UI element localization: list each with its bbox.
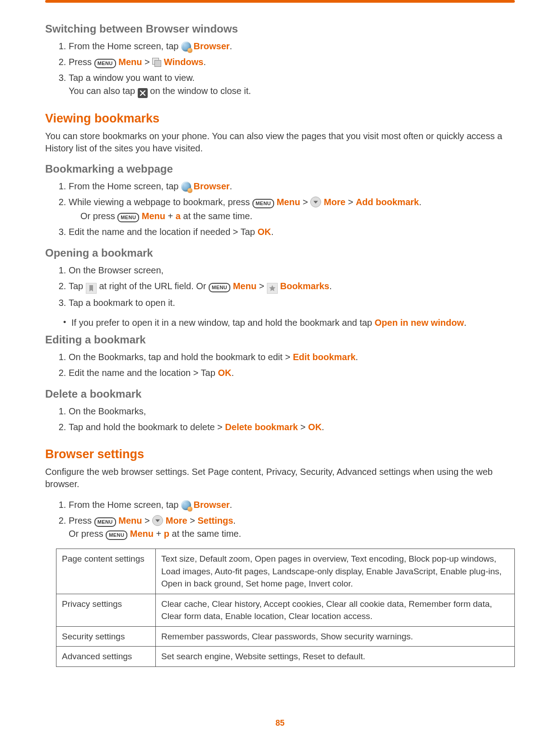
text: While viewing a webpage to bookmark, pre… — [69, 197, 252, 207]
keyword-menu: Menu — [118, 57, 142, 67]
paragraph-settings-intro: Configure the web browser settings. Set … — [45, 466, 515, 490]
keyword-menu: Menu — [142, 211, 165, 221]
text: at right of the URL field. Or — [99, 281, 209, 291]
separator: > — [259, 281, 264, 291]
heading-browser-settings: Browser settings — [45, 447, 515, 461]
steps-settings: From the Home screen, tap Browser. Press… — [45, 498, 515, 540]
text: Press — [69, 516, 94, 525]
separator: > — [348, 197, 353, 207]
keyword-settings: Settings — [197, 516, 233, 525]
heading-deleting: Delete a bookmark — [45, 388, 515, 400]
list-item: Tap a bookmark to open it. — [69, 296, 515, 310]
keyword-browser: Browser — [194, 500, 230, 510]
text: at the same time. — [169, 529, 241, 539]
keyword-more: More — [324, 197, 345, 207]
list-item: Tap at right of the URL field. Or MENU M… — [69, 280, 515, 294]
text: Tap — [69, 281, 86, 291]
text: on the window to close it. — [150, 86, 251, 96]
page-number: 85 — [0, 718, 560, 728]
steps-switching: From the Home screen, tap Browser. Press… — [45, 40, 515, 98]
keyword-menu: Menu — [118, 516, 142, 525]
keyword-menu: Menu — [276, 197, 300, 207]
keyword-browser: Browser — [194, 41, 230, 51]
menu-key-icon: MENU — [94, 517, 116, 527]
menu-key-icon: MENU — [94, 59, 116, 68]
list-item: While viewing a webpage to bookmark, pre… — [69, 196, 515, 223]
text: On the Bookmarks, tap and hold the bookm… — [69, 352, 293, 362]
keyword-browser: Browser — [194, 181, 230, 191]
text: From the Home screen, tap — [69, 181, 181, 191]
separator: > — [145, 516, 150, 525]
text: Tap and hold the bookmark to delete > — [69, 422, 225, 432]
table-row: Privacy settings Clear cache, Clear hist… — [56, 594, 515, 626]
settings-table: Page content settings Text size, Default… — [56, 549, 515, 667]
text: at the same time. — [181, 211, 252, 221]
list-item: On the Bookmarks, — [69, 405, 515, 418]
text: From the Home screen, tap — [69, 500, 181, 510]
bookmark-star-icon — [267, 283, 278, 294]
windows-icon — [152, 58, 161, 67]
table-cell-key: Advanced settings — [56, 647, 156, 667]
heading-bookmarking: Bookmarking a webpage — [45, 163, 515, 175]
keyword-menu: Menu — [130, 529, 154, 539]
header-rule — [45, 0, 515, 3]
keyword-open-new-window: Open in new window — [375, 318, 464, 328]
list-item: Tap and hold the bookmark to delete > De… — [69, 421, 515, 434]
text: Or press — [80, 211, 117, 221]
steps-deleting: On the Bookmarks, Tap and hold the bookm… — [45, 405, 515, 434]
browser-globe-icon — [181, 42, 191, 52]
list-item: From the Home screen, tap Browser. — [69, 498, 515, 511]
keyword-ok: OK — [308, 422, 322, 432]
text: > — [298, 422, 308, 432]
text: + — [154, 529, 164, 539]
heading-switching: Switching between Browser windows — [45, 23, 515, 35]
close-icon — [138, 88, 148, 98]
table-row: Advanced settings Set search engine, Web… — [56, 647, 515, 667]
list-item: On the Browser screen, — [69, 264, 515, 277]
keyword-ok: OK — [257, 227, 271, 237]
paragraph-intro: You can store bookmarks on your phone. Y… — [45, 130, 515, 155]
keyword-bookmarks: Bookmarks — [280, 281, 329, 291]
more-dropdown-icon — [152, 515, 163, 526]
keyword-delete-bookmark: Delete bookmark — [225, 422, 298, 432]
table-cell-val: Set search engine, Website settings, Res… — [156, 647, 515, 667]
list-item: If you prefer to open it in a new window… — [71, 318, 515, 328]
menu-key-icon: MENU — [252, 199, 274, 208]
text: On the Bookmarks, — [69, 406, 146, 416]
keyword-windows: Windows — [164, 57, 204, 67]
table-cell-val: Remember passwords, Clear passwords, Sho… — [156, 626, 515, 647]
bookmark-ribbon-icon — [86, 283, 97, 294]
separator: > — [190, 516, 195, 525]
table-row: Page content settings Text size, Default… — [56, 549, 515, 594]
text: Tap a window you want to view. — [69, 73, 195, 83]
text: Or press — [69, 529, 106, 539]
keyword-add-bookmark: Add bookmark — [356, 197, 419, 207]
keyword-a: a — [176, 211, 181, 221]
more-dropdown-icon — [310, 197, 321, 207]
table-row: Security settings Remember passwords, Cl… — [56, 626, 515, 647]
text: Edit the name and the location > Tap — [69, 368, 218, 378]
bullets-opening: If you prefer to open it in a new window… — [45, 318, 515, 328]
list-item: Press MENU Menu > Windows. — [69, 56, 515, 69]
table-cell-key: Privacy settings — [56, 594, 156, 626]
table-cell-val: Text size, Default zoom, Open pages in o… — [156, 549, 515, 594]
heading-viewing-bookmarks: Viewing bookmarks — [45, 112, 515, 126]
keyword-more: More — [166, 516, 187, 525]
menu-key-icon: MENU — [117, 213, 139, 222]
menu-key-icon: MENU — [209, 283, 230, 292]
text: + — [165, 211, 176, 221]
table-cell-key: Page content settings — [56, 549, 156, 594]
keyword-edit-bookmark: Edit bookmark — [293, 352, 355, 362]
text: On the Browser screen, — [69, 265, 163, 275]
list-item: From the Home screen, tap Browser. — [69, 180, 515, 193]
steps-opening: On the Browser screen, Tap at right of t… — [45, 264, 515, 310]
browser-globe-icon — [181, 182, 191, 192]
text: If you prefer to open it in a new window… — [71, 318, 375, 328]
separator: > — [303, 197, 308, 207]
heading-editing: Editing a bookmark — [45, 333, 515, 346]
list-item: On the Bookmarks, tap and hold the bookm… — [69, 351, 515, 364]
list-item: Press MENU Menu > More > Settings. Or pr… — [69, 514, 515, 540]
table-cell-key: Security settings — [56, 626, 156, 647]
text: Edit the name and the location if needed… — [69, 227, 257, 237]
list-item: Tap a window you want to view. You can a… — [69, 71, 515, 98]
